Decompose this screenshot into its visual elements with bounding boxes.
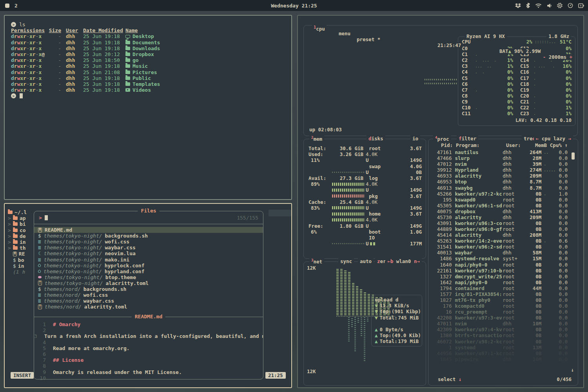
picker-file-row[interactable]: ☾themes/tokyo-night/neovim.lua — [34, 250, 263, 256]
btop-window[interactable]: 1cpu menu preset * 21:25:47 BAT▲ 98% 2.9… — [297, 15, 584, 388]
picker-file-row[interactable]: ≡themes/tokyo-night/waybar.css — [34, 245, 263, 250]
process-row[interactable]: 47012nvimdhh39M.0.0 — [432, 161, 568, 167]
process-row[interactable]: 40013waybardhh58M0.0 — [432, 250, 568, 256]
file-name[interactable]: Desktop — [125, 33, 154, 39]
refresh-interval-control[interactable]: - 2000ms + — [541, 54, 574, 60]
process-row[interactable]: 47011nvimdhh10M0.0 — [432, 321, 568, 327]
preset-button[interactable]: preset * — [355, 36, 382, 42]
picker-file-row[interactable]: themes/tokyo-night/btop.theme — [34, 274, 263, 280]
wifi-icon[interactable] — [535, 3, 542, 8]
file-name[interactable]: Music — [125, 63, 148, 69]
process-row[interactable]: 46913swaybgdhh8.7M0.0 — [432, 185, 568, 191]
tree-item[interactable]: $in — [8, 263, 37, 269]
process-row[interactable]: 45414alacrittydhh208M0.0 — [432, 232, 568, 238]
tab-cpu[interactable]: 1cpu — [312, 25, 327, 32]
tree-item[interactable]: >in — [8, 239, 37, 245]
tab-proc[interactable]: 4proc — [433, 136, 451, 142]
gauge-icon[interactable] — [568, 3, 573, 8]
picker-file-row[interactable]: $themes/nord/backgrounds.sh — [34, 286, 263, 292]
process-row[interactable]: 45305kworker/u96:1-sdroot0B0.0 — [432, 203, 568, 209]
file-name[interactable]: Videos — [125, 87, 151, 93]
tree-item[interactable]: >ap — [8, 215, 37, 221]
picker-search-input[interactable]: > 155/155 — [34, 211, 263, 224]
net-interface-switcher[interactable]: ←b wlan0 n→ — [385, 258, 422, 264]
picker-file-row[interactable]: $themes/tokyo-night/backgrounds.sh — [34, 233, 263, 239]
tree-item[interactable]: >bi — [8, 221, 37, 227]
picker-file-row[interactable]: themes/tokyo-night/hyprlock.conf — [34, 263, 263, 269]
tree-item[interactable]: MRE — [8, 251, 37, 257]
process-row[interactable]: 40075dropboxdhh413M0.0 — [432, 209, 568, 214]
editor-window[interactable]: ~/.l>ap>bi>co>de>in>thMRE$bo$in(1 h File… — [4, 203, 292, 388]
file-name[interactable]: Templates — [125, 81, 160, 87]
file-name[interactable]: Documents — [125, 40, 160, 45]
process-row[interactable]: 1794containerdroot44M0.0 — [432, 285, 568, 291]
picker-file-row[interactable]: Tthemes/tokyo-night/alacritty.toml — [34, 280, 263, 286]
bluetooth-icon[interactable] — [526, 3, 530, 8]
picker-file-row[interactable]: ≡themes/nord/waybar.css — [34, 298, 263, 304]
process-row[interactable]: 31541kworker/u96:2-sdroot0B0.0 — [432, 244, 568, 250]
file-name[interactable]: Public — [125, 75, 151, 81]
tree-item[interactable]: >de — [8, 233, 37, 239]
tab-net[interactable]: 3net — [309, 258, 324, 265]
process-row[interactable]: 1486systemd-resolvesyst+15M0.0 — [432, 256, 568, 261]
file-name[interactable]: Downloads — [125, 45, 160, 51]
process-row[interactable]: 1380btrfs-transactioroot0B0.0 — [432, 332, 568, 338]
process-row[interactable]: 47161nautilusdhh264M..0.0 — [432, 149, 568, 155]
terminal-window[interactable]: > ls PermissionsSizeUserDate ModifiedNam… — [4, 15, 292, 200]
process-row[interactable]: 45266kworker/u97:2-kcroot0B.1.0 — [432, 191, 568, 197]
process-row[interactable]: 1827mt76-tx phy0root0B0.0 — [432, 297, 568, 303]
net-sync-toggle[interactable]: sync — [338, 258, 354, 264]
process-row[interactable]: 1642napi/phy0-0root0B0.0 — [432, 279, 568, 285]
scroll-down-icon[interactable]: ↓ — [571, 367, 574, 373]
process-row[interactable]: 47466slurpdhh28M0.0 — [432, 155, 568, 161]
picker-file-row[interactable]: ≡themes/nord/wofi.css — [34, 292, 263, 298]
process-row[interactable]: 1systemdroot13M0.0 — [432, 345, 568, 350]
disks-label[interactable]: disks — [367, 136, 385, 142]
process-row[interactable]: 46933alacrittydhh209M0.0 — [432, 173, 568, 179]
picker-file-row[interactable]: ≣themes/tokyo-night/mako.ini — [34, 256, 263, 262]
file-name[interactable]: Dropbox — [125, 51, 154, 57]
picker-file-row[interactable]: Tthemes/nord/alacritty.toml — [34, 304, 263, 310]
process-row[interactable]: 1640napi/phy0-0root0B0.0 — [432, 261, 568, 267]
file-name[interactable]: Pictures — [125, 69, 157, 75]
io-label[interactable]: io — [410, 136, 420, 142]
picker-file-row[interactable]: ≡themes/tokyo-night/wofi.css — [34, 239, 263, 245]
tree-root[interactable]: ~/.l — [8, 209, 37, 215]
dropbox-icon[interactable] — [515, 3, 521, 8]
process-row[interactable]: 45730alacrittydhh209M0.0 — [432, 214, 568, 220]
proc-sort-control[interactable]: ← cpu lazy → — [534, 136, 573, 142]
battery-icon[interactable] — [578, 3, 584, 8]
process-row[interactable]: 42208kworker/u97:3-evroot0B0.0 — [432, 315, 568, 321]
menu-button[interactable]: menu — [337, 31, 352, 36]
picker-file-row[interactable]: themes/tokyo-night/hyprland.conf — [34, 269, 263, 274]
net-auto-toggle[interactable]: auto — [358, 258, 374, 264]
process-row[interactable]: 1577irq/81-PIXA3854:root0B0.0 — [432, 291, 568, 297]
cpu-icon[interactable] — [557, 3, 563, 8]
tab-mem[interactable]: 2mem — [309, 136, 324, 142]
process-row[interactable]: 44956kworker/u97:1-kcroot0B0.0 — [432, 350, 568, 356]
process-row[interactable]: 176kcompactd0root0B0.0 — [432, 303, 568, 309]
volume-icon[interactable] — [547, 3, 552, 8]
process-row[interactable]: 39912Hyprlanddhh274M.....0.0 — [432, 167, 568, 173]
process-row[interactable]: 46953btopdhh8.7M0.0 — [432, 179, 568, 185]
process-row[interactable]: 46072kworker/u98:2-kcroot0B0.0 — [432, 339, 568, 345]
tree-item[interactable]: >co — [8, 227, 37, 233]
process-row[interactable]: 43091kworker/u96:3-coroot0B0.0 — [432, 220, 568, 226]
process-row[interactable]: 22161kworker/u97:10-broot0B0.0 — [432, 268, 568, 274]
tree-item[interactable]: $bo — [8, 257, 37, 263]
tree-item[interactable]: >th — [8, 245, 37, 251]
process-row[interactable]: 1327dmcrypt_write/25root0B0.0 — [432, 274, 568, 279]
proc-select-label[interactable]: select ↓ — [438, 376, 461, 382]
file-name[interactable]: go — [125, 57, 139, 63]
process-row[interactable]: 1845pipewiredhh10M0.0 — [432, 356, 568, 362]
tree-item[interactable]: (1 h — [8, 269, 37, 275]
process-row[interactable]: 42309kworker/u97:4-kvroot0B0.0 — [432, 327, 568, 332]
process-row[interactable]: 44889kworker/u96:0-gfroot0B0.0 — [432, 226, 568, 232]
prompt-line-empty[interactable]: > — [11, 93, 285, 99]
picker-file-row[interactable]: MREADME.md — [34, 227, 263, 233]
process-row[interactable]: 195kswapd0root0B0.0 — [432, 197, 568, 203]
proc-scrollbar[interactable] — [572, 152, 575, 160]
proc-filter-button[interactable]: filter — [457, 136, 478, 142]
process-row[interactable]: 16rcu_preemptroot0B0.0 — [432, 309, 568, 315]
process-row[interactable]: 45263kworker/14:2-everoot0B.0.6 — [432, 238, 568, 244]
